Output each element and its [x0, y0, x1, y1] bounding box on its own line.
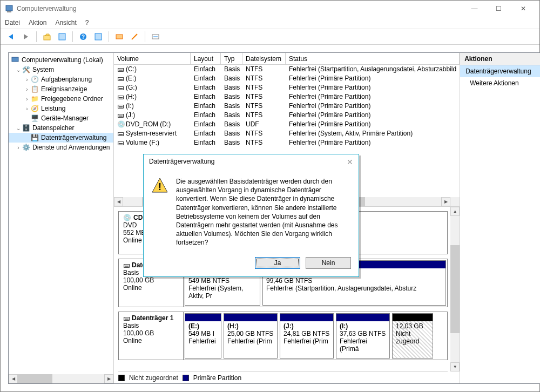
table-row[interactable]: 🖴(G:)EinfachBasisNTFSFehlerfrei (Primäre…: [114, 83, 460, 92]
tree-system[interactable]: ⌄🛠️System: [9, 65, 113, 75]
partition[interactable]: 12,03 GBNicht zugeord: [392, 313, 433, 359]
cell-fs: NTFS: [242, 83, 286, 92]
table-row[interactable]: 🖴Volume (F:)EinfachBasisNTFSFehlerfrei (…: [114, 138, 460, 147]
legend-unalloc-label: Nicht zugeordnet: [129, 374, 178, 382]
drive-icon: 🖴: [123, 314, 130, 322]
partition-title: (H:): [227, 322, 239, 330]
tree-freigegebene[interactable]: ›📁Freigegebene Ordner: [9, 94, 113, 104]
expand-icon[interactable]: ›: [24, 106, 30, 112]
scroll-up-icon[interactable]: ▲: [450, 207, 460, 216]
cell-fs: UDF: [242, 120, 286, 129]
disk-1[interactable]: 🖴Datenträger 1 Basis 100,00 GB Online (E…: [118, 312, 448, 360]
col-typ[interactable]: Typ: [221, 53, 242, 65]
extra-button-1[interactable]: [113, 31, 125, 43]
tree-datentraeger-label: Datenträgerverwaltung: [41, 134, 106, 141]
partition[interactable]: (J:)24,81 GB NTFSFehlerfrei (Prim: [280, 313, 334, 359]
dialog-no-button[interactable]: Nein: [306, 257, 351, 269]
disk-1-label: 🖴Datenträger 1 Basis 100,00 GB Online: [119, 312, 184, 360]
expand-icon[interactable]: ›: [24, 77, 30, 83]
up-button[interactable]: [41, 31, 53, 43]
device-icon: 🖥️: [30, 114, 39, 123]
tree-geraete[interactable]: 🖥️Geräte-Manager: [9, 113, 113, 123]
scroll-left-icon[interactable]: ◀: [9, 374, 18, 383]
event-icon: 📋: [30, 85, 39, 93]
volume-name: (G:): [126, 83, 137, 92]
expand-icon[interactable]: ›: [15, 145, 22, 151]
nav-forward-button[interactable]: [20, 31, 32, 43]
help-button[interactable]: ?: [77, 31, 89, 43]
maximize-button[interactable]: ☐: [487, 1, 511, 16]
nav-back-button[interactable]: [5, 31, 17, 43]
tree-root[interactable]: Computerverwaltung (Lokal): [9, 55, 113, 65]
table-row[interactable]: 🖴System-reserviertEinfachBasisNTFSFehler…: [114, 129, 460, 138]
collapse-icon[interactable]: ⌄: [15, 125, 22, 131]
menu-ansicht[interactable]: Ansicht: [55, 19, 76, 26]
actions-selected[interactable]: Datenträgerverwaltung ▲: [460, 65, 540, 77]
extra-button-3[interactable]: [150, 31, 161, 43]
cell-fs: NTFS: [242, 65, 286, 74]
col-layout[interactable]: Layout: [191, 53, 221, 65]
tree-dienste[interactable]: ›⚙️Dienste und Anwendungen: [9, 143, 113, 152]
table-row[interactable]: 🖴(J:)EinfachBasisNTFSFehlerfrei (Primäre…: [114, 111, 460, 120]
tree-leistung[interactable]: ›🧭Leistung: [9, 104, 113, 113]
table-row[interactable]: 🖴(I:)EinfachBasisNTFSFehlerfrei (Primäre…: [114, 102, 460, 111]
dialog-yes-button[interactable]: Ja: [255, 257, 300, 269]
partition[interactable]: (I:)37,63 GB NTFSFehlerfrei (Primä: [336, 313, 390, 359]
collapse-icon[interactable]: ⌄: [15, 67, 22, 73]
cell-status: Fehlerfrei (Startpartition, Auslagerungs…: [286, 65, 460, 74]
volume-icon: 💿: [117, 120, 125, 129]
expand-icon[interactable]: ›: [24, 86, 30, 92]
disk1-state: Online: [123, 337, 179, 344]
tree-h-scrollbar[interactable]: ◀ ▶: [9, 374, 113, 383]
table-row[interactable]: 🖴(H:)EinfachBasisNTFSFehlerfrei (Primäre…: [114, 92, 460, 102]
scroll-right-icon[interactable]: ▶: [104, 374, 113, 383]
col-status[interactable]: Status: [286, 53, 460, 65]
partition-size: 12,03 GB: [396, 322, 423, 330]
partition[interactable]: (E:)549 MB IFehlerfrei: [185, 313, 221, 359]
svg-text:?: ?: [82, 34, 85, 40]
scroll-right-icon[interactable]: ▶: [441, 197, 450, 206]
tree-pane: Computerverwaltung (Lokal) ⌄🛠️System ›🕐A…: [9, 53, 114, 383]
menu-datei[interactable]: Datei: [5, 19, 20, 26]
cell-layout: Einfach: [191, 129, 221, 138]
col-dateisystem[interactable]: Dateisystem: [242, 53, 286, 65]
settings-button[interactable]: [92, 31, 104, 43]
dialog-close-button[interactable]: ✕: [347, 158, 353, 166]
toolbar: ?: [1, 29, 539, 45]
table-row[interactable]: 🖴(E:)EinfachBasisNTFSFehlerfrei (Primäre…: [114, 74, 460, 83]
extra-button-2[interactable]: [129, 31, 140, 43]
tree-datenspeicher[interactable]: ⌄🗄️Datenspeicher: [9, 123, 113, 133]
menu-aktion[interactable]: Aktion: [29, 19, 46, 26]
disk0-size: 100,00 GB: [123, 276, 179, 284]
tree-ereignisanzeige-label: Ereignisanzeige: [41, 85, 87, 93]
col-volume[interactable]: Volume: [114, 53, 191, 65]
table-row[interactable]: 🖴(C:)EinfachBasisNTFSFehlerfrei (Startpa…: [114, 65, 460, 74]
partition[interactable]: (H:)25,00 GB NTFSFehlerfrei (Prim: [224, 313, 278, 359]
volume-name: (H:): [126, 92, 137, 102]
minimize-button[interactable]: —: [462, 1, 487, 16]
menu-help[interactable]: ?: [85, 19, 89, 26]
volume-name: System-reserviert: [126, 129, 177, 138]
volume-icon: 🖴: [117, 83, 125, 92]
scroll-down-icon[interactable]: ▼: [450, 362, 460, 371]
partition-title: (I:): [340, 322, 348, 330]
tree-aufgabenplanung[interactable]: ›🕐Aufgabenplanung: [9, 75, 113, 84]
svg-marker-3: [24, 34, 28, 39]
actions-more[interactable]: Weitere Aktionen ▶: [460, 77, 540, 89]
cell-layout: Einfach: [191, 102, 221, 111]
table-row[interactable]: 💿DVD_ROM (D:)EinfachBasisUDFFehlerfrei (…: [114, 120, 460, 129]
volume-name: Volume (F:): [126, 138, 159, 147]
view-button[interactable]: [56, 31, 68, 43]
window-title: Computerverwaltung: [17, 5, 462, 12]
computer-icon: [11, 56, 19, 64]
close-button[interactable]: ✕: [511, 1, 535, 16]
tree-ereignisanzeige[interactable]: ›📋Ereignisanzeige: [9, 84, 113, 94]
disk-v-scrollbar[interactable]: ▲ ▼: [450, 207, 460, 371]
disk-icon: 💾: [30, 133, 39, 142]
volume-icon: 🖴: [117, 65, 125, 74]
scroll-left-icon[interactable]: ◀: [114, 197, 123, 206]
tree-datentraeger[interactable]: 💾Datenträgerverwaltung: [9, 133, 113, 143]
cell-fs: NTFS: [242, 138, 286, 147]
volume-name: (J:): [126, 111, 135, 120]
expand-icon[interactable]: ›: [24, 96, 30, 102]
